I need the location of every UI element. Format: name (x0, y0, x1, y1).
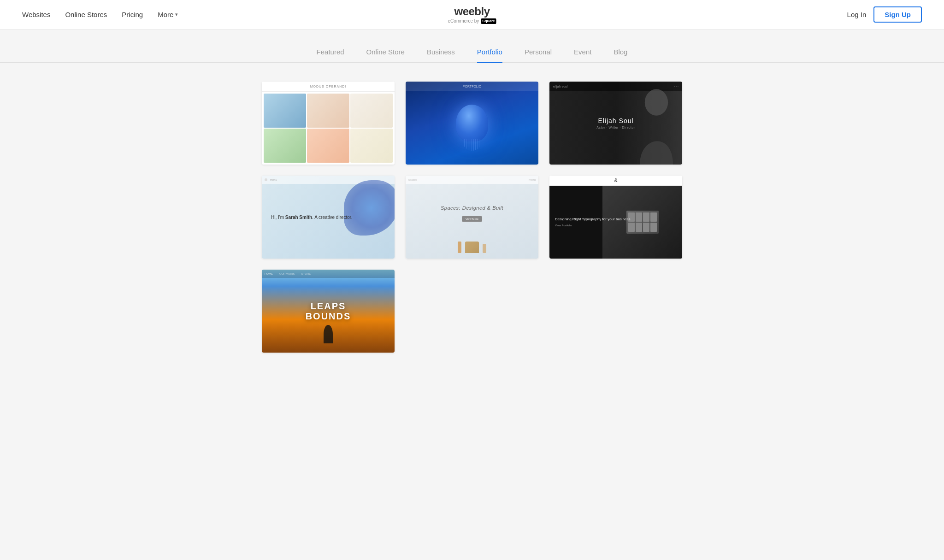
photo-cell-3 (350, 94, 393, 128)
thumbnail-typography: & Designing Right Typography for your bu… (549, 176, 682, 259)
nav-more-label: More (158, 11, 173, 18)
logo-subtitle: eCommerce by Square (448, 18, 496, 24)
typo-main-text: Designing Right Typography for your busi… (555, 217, 631, 222)
nav-right: Log In Sign Up (847, 6, 922, 23)
photo-cell-2 (307, 94, 349, 128)
typo-overlay-text: Designing Right Typography for your busi… (555, 217, 631, 228)
sarah-text-after: . A creative director. (312, 215, 352, 220)
template-sarah-smith[interactable]: menu Hi, I'm Sarah Smith. A creative dir… (262, 176, 395, 259)
tab-blog[interactable]: Blog (614, 48, 627, 63)
nav-online-stores[interactable]: Online Stores (65, 11, 107, 18)
thumbnail-jellyfish: PORTFOLIO (406, 82, 538, 165)
thumb-header-bar: MODUS OPERANDI (262, 82, 395, 92)
tab-portfolio[interactable]: Portfolio (477, 48, 502, 63)
photo-grid (262, 92, 395, 165)
thumbnail-spaces: spaces menu Spaces: Designed & Built Vie… (406, 176, 538, 259)
nav-more-dropdown[interactable]: More ▾ (158, 11, 178, 18)
signup-button[interactable]: Sign Up (873, 6, 922, 23)
typo-link: View Portfolio (555, 224, 631, 228)
printing-press-illustration (626, 211, 659, 234)
jellyfish-header: PORTFOLIO (406, 82, 538, 91)
portrait-silhouette: Elijah Soul Actor · Writer · Director (549, 82, 682, 165)
decor-item (458, 242, 461, 253)
nav-dot-icon (265, 178, 267, 181)
portrait-text: Elijah Soul Actor · Writer · Director (596, 117, 635, 129)
decorative-flower (344, 180, 395, 236)
leaps-bounds-heading: LEAPS BOUNDS (306, 301, 351, 321)
logo-wordmark: weebly (448, 5, 496, 18)
template-jellyfish[interactable]: PORTFOLIO (406, 82, 538, 165)
typo-header: & (549, 176, 682, 186)
sarah-name: Sarah Smith (285, 215, 312, 220)
square-badge: Square (481, 18, 496, 24)
chevron-down-icon: ▾ (175, 12, 178, 18)
spaces-cta-button[interactable]: View More (462, 216, 482, 222)
tab-featured[interactable]: Featured (317, 48, 344, 63)
typo-content-area: Designing Right Typography for your busi… (549, 186, 682, 259)
template-spaces[interactable]: spaces menu Spaces: Designed & Built Vie… (406, 176, 538, 259)
portrait-name: Elijah Soul (596, 117, 635, 124)
sarah-intro-text: Hi, I'm Sarah Smith. A creative director… (271, 214, 352, 221)
template-leaps-bounds[interactable]: HOME OUR WORK STORE LEAPS BOUNDS (262, 270, 395, 353)
tab-event[interactable]: Event (574, 48, 591, 63)
leaps-line2: BOUNDS (306, 311, 351, 321)
leaps-line1: LEAPS (306, 301, 351, 311)
thumbnail-elijah-soul: elijah-soul · · · Elijah Soul Actor · Wr… (549, 82, 682, 165)
template-modus-operandi[interactable]: MODUS OPERANDI (262, 82, 395, 165)
thumbnail-modus-operandi: MODUS OPERANDI (262, 82, 395, 165)
thumbnail-leaps-bounds: HOME OUR WORK STORE LEAPS BOUNDS (262, 270, 395, 353)
template-elijah-soul[interactable]: elijah-soul · · · Elijah Soul Actor · Wr… (549, 82, 682, 165)
chair-illustration (465, 242, 479, 253)
nav-websites[interactable]: Websites (22, 11, 50, 18)
brand-logo[interactable]: weebly eCommerce by Square (448, 5, 496, 24)
nav-pricing[interactable]: Pricing (122, 11, 143, 18)
photo-cell-1 (264, 94, 306, 128)
thumbnail-sarah-smith: menu Hi, I'm Sarah Smith. A creative dir… (262, 176, 395, 259)
tab-online-store[interactable]: Online Store (366, 48, 405, 63)
login-button[interactable]: Log In (847, 11, 867, 18)
tab-personal[interactable]: Personal (525, 48, 552, 63)
navbar: Websites Online Stores Pricing More ▾ we… (0, 0, 944, 29)
spaces-header: spaces menu (406, 176, 538, 184)
main-content: Featured Online Store Business Portfolio… (0, 29, 944, 380)
svg-point-0 (645, 89, 668, 116)
person-silhouette-icon (631, 82, 673, 165)
sarah-text-before: Hi, I'm (271, 215, 285, 220)
jellyfish-illustration (456, 105, 488, 141)
furniture-illustration (458, 242, 486, 253)
decor-item-2 (483, 244, 486, 253)
photo-cell-6 (350, 129, 393, 163)
photo-cell-4 (264, 129, 306, 163)
portrait-subtitle: Actor · Writer · Director (596, 126, 635, 129)
leaps-header: HOME OUR WORK STORE (262, 270, 395, 278)
category-tabs: Featured Online Store Business Portfolio… (0, 48, 944, 63)
template-typography[interactable]: & Designing Right Typography for your bu… (549, 176, 682, 259)
photo-cell-5 (307, 129, 349, 163)
tab-business[interactable]: Business (427, 48, 455, 63)
nav-left: Websites Online Stores Pricing More ▾ (22, 11, 178, 18)
person-silhouette-icon (324, 325, 333, 343)
templates-grid: MODUS OPERANDI PORTFOLIO (251, 82, 693, 353)
spaces-title-text: Spaces: Designed & Built (441, 205, 503, 211)
